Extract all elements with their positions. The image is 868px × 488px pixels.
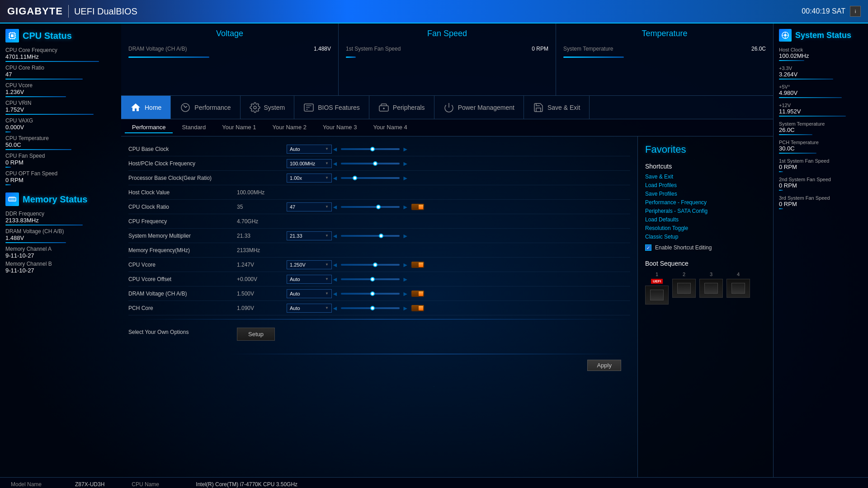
slider-track-9[interactable] <box>341 278 400 280</box>
system-icon <box>250 102 260 113</box>
setting-row[interactable]: Memory Frequency(MHz)2133MHz <box>128 243 630 258</box>
memory-status-icon <box>5 192 19 206</box>
dropdown-arrow-1: ▼ <box>325 161 329 165</box>
nav-peripherals[interactable]: Peripherals <box>369 96 434 119</box>
nav-home[interactable]: Home <box>121 96 171 119</box>
boot-item-2: 2 <box>672 272 696 298</box>
shortcut-item-1[interactable]: Load Profiles <box>645 182 766 188</box>
boot-item-4: 4 <box>726 272 750 298</box>
slider-track-8[interactable] <box>341 264 400 266</box>
nav-peripherals-label: Peripherals <box>393 104 425 111</box>
sub-tab-your-name-1[interactable]: Your Name 1 <box>215 122 263 133</box>
boot-drive-1[interactable] <box>645 286 669 305</box>
boot-drive-4[interactable] <box>726 279 750 298</box>
setting-dropdown-10[interactable]: Auto ▼ <box>287 289 332 298</box>
setting-row[interactable]: Host/PCIe Clock Frequency 100.00MHz ▼ ◄ … <box>128 156 630 171</box>
cpu-row-value: 50.0C <box>5 141 116 148</box>
memory-status-rows: DDR Frequency 2133.83MHz DRAM Voltage (C… <box>5 211 116 274</box>
sys-row-label: 1st System Fan Speed <box>779 158 863 164</box>
toggle-btn-4[interactable] <box>411 204 424 210</box>
nav-bios-features[interactable]: BIOS Features <box>294 96 369 119</box>
boot-seq-items: 1 UEFI 2 3 <box>645 272 766 305</box>
boot-drive-3[interactable] <box>699 279 723 298</box>
setting-row[interactable]: Host Clock Value100.00MHz <box>128 185 630 200</box>
slider-track-4[interactable] <box>341 206 400 208</box>
boot-drive-2[interactable] <box>672 279 696 298</box>
nav-system[interactable]: System <box>241 96 295 119</box>
setting-row[interactable]: CPU Clock Ratio35 47 ▼ ◄ ► <box>128 200 630 214</box>
toggle-dot-11 <box>419 306 423 310</box>
dropdown-val-6: 21.33 <box>290 233 302 239</box>
setting-row[interactable]: CPU Vcore Offset+0.000V Auto ▼ ◄ ► <box>128 272 630 286</box>
setting-dropdown-4[interactable]: 47 ▼ <box>287 202 332 211</box>
setting-name-8: CPU Vcore <box>128 262 237 268</box>
shortcut-item-0[interactable]: Save & Exit <box>645 174 766 180</box>
enable-shortcut-checkbox[interactable]: ✓ <box>645 244 651 251</box>
setting-row[interactable]: DRAM Voltage (CH A/B)1.500V Auto ▼ ◄ ► <box>128 286 630 301</box>
slider-thumb-4 <box>376 205 381 209</box>
setting-dropdown-0[interactable]: Auto ▼ <box>287 145 332 154</box>
setting-row[interactable]: CPU Base Clock Auto ▼ ◄ ► <box>128 142 630 156</box>
toggle-btn-8[interactable] <box>411 262 424 268</box>
sub-tab-your-name-3[interactable]: Your Name 3 <box>316 122 364 133</box>
sys-row-item: PCH Temperature 30.0C <box>779 140 863 154</box>
memory-row-label: DRAM Voltage (CH A/B) <box>5 228 116 235</box>
shortcut-item-6[interactable]: Resolution Toggle <box>645 225 766 231</box>
nav-performance[interactable]: Performance <box>171 96 240 119</box>
shortcut-item-5[interactable]: Load Defaults <box>645 216 766 223</box>
setting-dropdown-8[interactable]: 1.250V ▼ <box>287 260 332 269</box>
toggle-btn-11[interactable] <box>411 305 424 311</box>
save-icon <box>533 102 544 113</box>
setting-row[interactable]: CPU Vcore1.247V 1.250V ▼ ◄ ► <box>128 258 630 272</box>
sub-tab-standard[interactable]: Standard <box>175 122 213 133</box>
setting-row[interactable]: System Memory Multiplier21.33 21.33 ▼ ◄ … <box>128 229 630 243</box>
setting-value-5: 4.70GHz <box>237 218 287 225</box>
setting-dropdown-1[interactable]: 100.00MHz ▼ <box>287 159 332 168</box>
cpu-row-item: CPU Temperature 50.0C <box>5 135 116 150</box>
nav-save-exit[interactable]: Save & Exit <box>524 96 590 119</box>
setup-button[interactable]: Setup <box>237 328 275 341</box>
left-panel: CPU Status CPU Core Frequency 4701.11MHz… <box>0 23 121 477</box>
setting-row[interactable]: CPU Frequency4.70GHz <box>128 214 630 229</box>
fan-speed-label: 1st System Fan Speed <box>346 46 401 52</box>
sys-row-item: +3.3V 3.264V <box>779 66 863 80</box>
slider-track-11[interactable] <box>341 307 400 309</box>
slider-track-10[interactable] <box>341 293 400 295</box>
shortcut-item-2[interactable]: Save Profiles <box>645 191 766 197</box>
setting-value-11: 1.090V <box>237 305 287 311</box>
setting-row[interactable]: Processor Base Clock(Gear Ratio) 1.00x ▼… <box>128 171 630 185</box>
setting-dropdown-2[interactable]: 1.00x ▼ <box>287 174 332 183</box>
header-info-icon[interactable]: i <box>850 6 861 17</box>
boot-item-3: 3 <box>699 272 723 298</box>
cpu-row-label: CPU VAXG <box>5 117 116 124</box>
setting-row[interactable]: PCH Core1.090V Auto ▼ ◄ ► <box>128 301 630 315</box>
sub-tab-performance[interactable]: Performance <box>125 122 173 133</box>
shortcut-item-7[interactable]: Classic Setup <box>645 234 766 240</box>
setting-dropdown-11[interactable]: Auto ▼ <box>287 304 332 313</box>
setting-dropdown-9[interactable]: Auto ▼ <box>287 275 332 284</box>
slider-track-1[interactable] <box>341 163 400 164</box>
sub-tab-your-name-2[interactable]: Your Name 2 <box>265 122 314 133</box>
shortcut-item-4[interactable]: Peripherals - SATA Config <box>645 208 766 214</box>
nav-power-management[interactable]: Power Management <box>434 96 524 119</box>
cpu-row-value: 1.236V <box>5 89 116 95</box>
slider-track-2[interactable] <box>341 177 400 179</box>
cpu-row-item: CPU OPT Fan Speed 0 RPM <box>5 170 116 185</box>
shortcut-item-3[interactable]: Performance - Frequency <box>645 199 766 206</box>
sys-row-value: 26.0C <box>779 127 863 133</box>
cpu-row-bar <box>5 149 71 150</box>
memory-status-title: Memory Status <box>5 192 116 206</box>
slider-left-arrow-4: ◄ <box>332 203 338 211</box>
boot-num-2: 2 <box>683 272 685 277</box>
slider-track-6[interactable] <box>341 235 400 237</box>
toggle-btn-10[interactable] <box>411 291 424 297</box>
sub-tab-your-name-4[interactable]: Your Name 4 <box>366 122 414 133</box>
sys-row-value: 11.952V <box>779 108 863 115</box>
apply-button[interactable]: Apply <box>587 360 621 371</box>
slider-left-arrow-6: ◄ <box>332 232 338 239</box>
slider-track-0[interactable] <box>341 148 400 150</box>
setting-dropdown-6[interactable]: 21.33 ▼ <box>287 231 332 240</box>
setting-value-3: 100.00MHz <box>237 189 287 196</box>
boot-num-1: 1 <box>656 272 658 277</box>
cpu-status-title-text: CPU Status <box>23 31 72 41</box>
